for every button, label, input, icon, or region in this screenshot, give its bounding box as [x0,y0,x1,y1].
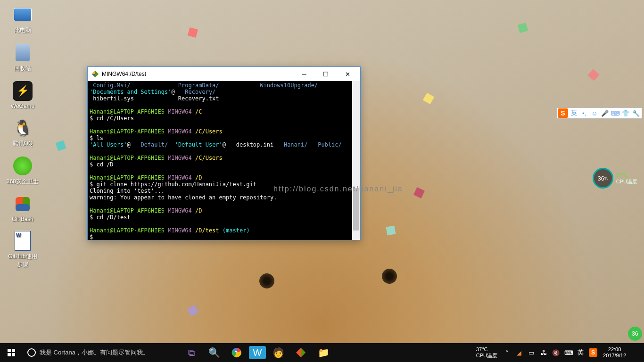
term-cmd: $ [90,234,358,240]
term-output: warning: You appear to have cloned an em… [90,194,358,201]
terminal-body[interactable]: Config.Msi/ ProgramData/ Windows10Upgrad… [88,81,360,240]
tray-volume-icon[interactable]: 🔇 [552,349,560,356]
tray-onedrive-icon[interactable]: ◢ [515,349,523,356]
system-tray: 37℃ CPU温度 ˄ ◢ ▭ 🖧 🔇 ⌨ 英 S 22:00 2017/9/1… [472,343,644,362]
ime-emoji-icon[interactable]: ☺ [590,108,599,118]
tray-overflow-icon[interactable]: ˄ [503,349,511,356]
360-icon [13,156,33,176]
term-text: Public/ [318,141,342,148]
svg-rect-2 [16,204,30,211]
close-button[interactable]: ✕ [337,67,358,81]
cpu-label-block: 37℃ CPU温度 [616,172,637,185]
term-text: 'Documents and Settings' [90,89,171,95]
term-path: /C [195,108,202,115]
task-avatar[interactable]: 🧑 [267,343,289,362]
svg-rect-8 [12,349,15,352]
svg-rect-10 [12,353,15,356]
taskbar: 我是 Cortana，小娜。有问题尽管问我。 ⧉ 🔍 W 🧑 📁 37℃ CPU… [0,343,644,362]
confetti [413,187,425,198]
clock-date: 2017/9/12 [603,353,626,359]
tray-temp-label: CPU温度 [476,353,497,359]
tray-sogou-icon[interactable]: S [589,348,597,357]
maximize-button[interactable]: ☐ [315,67,337,81]
task-everything[interactable]: 🔍 [203,343,225,362]
desktop-icon-git-bash[interactable]: Git Bash [5,194,41,222]
tray-battery-icon[interactable]: ▭ [528,349,535,356]
term-text: @ [223,141,226,148]
wegame-icon: ⚡ [13,81,33,101]
desktop-icons: 此电脑 回收站 ⚡ WeGame 🐧 腾讯QQ 360安全卫士 Git Bash… [5,5,42,277]
task-file-explorer[interactable]: 📁 [312,343,335,362]
tray-icons: ˄ ◢ ▭ 🖧 🔇 ⌨ 英 S [503,348,597,357]
scrollbar[interactable] [352,81,360,240]
qq-icon: 🐧 [13,118,33,138]
start-button[interactable] [0,343,23,362]
task-chrome[interactable] [225,343,248,362]
clock-time: 22:00 [603,346,626,353]
ime-punct-icon[interactable]: •, [579,108,589,118]
icon-label: 回收站 [5,65,41,73]
term-cmd: $ git clone https://github.com/HananiJia… [90,181,358,188]
term-text: desktop.ini [236,141,273,148]
svg-rect-7 [8,349,11,352]
ime-lang[interactable]: 英 [569,108,578,118]
term-text: ProgramData/ [178,82,219,89]
ime-skin-icon[interactable]: 👕 [621,108,630,118]
ime-keyboard-icon[interactable]: ⌨ [611,108,620,118]
ime-tool-icon[interactable]: 🔧 [631,108,641,118]
svg-marker-6 [92,71,95,74]
cortana-icon [27,348,36,357]
term-path: /D [195,174,202,181]
titlebar[interactable]: MINGW64:/D/test ─ ☐ ✕ [88,67,360,81]
confetti [423,93,435,105]
desktop-icon-qq[interactable]: 🐧 腾讯QQ [5,118,41,148]
icon-label: WeGame [5,103,41,109]
tray-cpu-temp[interactable]: 37℃ CPU温度 [472,346,501,359]
cpu-temp-widget[interactable]: 36% 37℃ CPU温度 [593,168,637,189]
term-text: hiberfil.sys [90,95,134,102]
confetti [55,140,66,151]
term-user: Hanani@LAPTOP-AFP6HIES [90,155,165,161]
term-shell: MINGW64 [168,108,192,115]
360-pill[interactable]: 36 [628,327,642,341]
term-shell: MINGW64 [168,207,192,214]
term-user: Hanani@LAPTOP-AFP6HIES [90,128,165,135]
term-cmd: $ ls [90,135,358,141]
confetti [587,69,599,81]
term-text: Recovery/ [185,89,215,95]
tray-ime-indicator[interactable]: ⌨ [564,349,572,356]
desktop-icon-this-pc[interactable]: 此电脑 [5,5,41,34]
svg-marker-5 [92,74,95,77]
term-path: /C/Users [195,155,223,161]
task-app-blue[interactable]: W [249,346,266,359]
task-git-bash[interactable] [289,343,312,362]
term-path: /C/Users [195,128,223,135]
tray-ime-lang[interactable]: 英 [577,348,584,357]
term-output: Cloning into 'test'... [90,188,358,194]
desktop-icon-recycle-bin[interactable]: 回收站 [5,43,41,73]
icon-label: 此电脑 [5,26,41,34]
icon-label: Git Bash [5,216,41,222]
cortana-search[interactable]: 我是 Cortana，小娜。有问题尽管问我。 [23,343,178,362]
cpu-pct: 36 [598,175,604,182]
desktop-icon-github-doc[interactable]: GitHub使用 步骤 [5,231,41,269]
desktop-icon-360[interactable]: 360安全卫士 [5,156,41,186]
ime-mic-icon[interactable]: 🎤 [600,108,610,118]
term-text: 'All Users' [90,141,127,148]
svg-rect-9 [8,353,11,356]
tray-network-icon[interactable]: 🖧 [540,349,547,356]
sogou-icon[interactable]: S [558,108,568,118]
term-shell: MINGW64 [168,227,192,234]
git-bash-icon [13,194,33,214]
term-cmd: $ cd /D/test [90,214,358,221]
term-text: Windows10Upgrade/ [260,82,318,89]
term-path: /D/test [195,227,219,234]
taskbar-clock[interactable]: 22:00 2017/9/12 [599,346,630,359]
task-visual-studio[interactable]: ⧉ [180,343,203,362]
desktop-icon-wegame[interactable]: ⚡ WeGame [5,81,41,109]
icon-label: 360安全卫士 [5,178,41,186]
minimize-button[interactable]: ─ [293,67,315,81]
scrollbar-thumb[interactable] [353,188,359,230]
ime-toolbar[interactable]: S 英 •, ☺ 🎤 ⌨ 👕 🔧 [556,107,642,119]
term-shell: MINGW64 [168,128,192,135]
